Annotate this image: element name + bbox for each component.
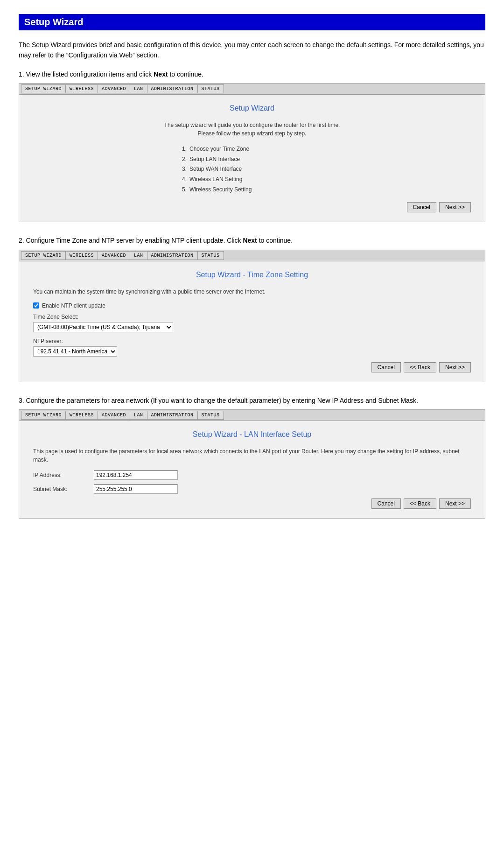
nav-status-3[interactable]: Status — [197, 411, 224, 420]
ntp-checkbox-label: Enable NTP client update — [42, 302, 105, 309]
screen1-desc: The setup wizard will guide you to confi… — [159, 121, 345, 138]
ntp-checkbox-row: Enable NTP client update — [33, 302, 471, 309]
step-3-block: 3. Configure the parameters for area net… — [19, 395, 485, 519]
nav-setup-wizard-2[interactable]: Setup Wizard — [21, 251, 65, 260]
nav-bar-3: Setup Wizard Wireless Advanced LAN Admin… — [19, 410, 485, 421]
wizard-step-3: 3. Setup WAN Interface — [182, 164, 322, 175]
screen2-btn-row: Cancel << Back Next >> — [33, 362, 471, 372]
nav-administration-3[interactable]: Administration — [147, 411, 197, 420]
screen2-back-button[interactable]: << Back — [404, 362, 436, 372]
screen3-next-button[interactable]: Next >> — [439, 498, 471, 509]
step-2-block: 2. Configure Time Zone and NTP server by… — [19, 235, 485, 382]
nav-setup-wizard-1[interactable]: Setup Wizard — [21, 84, 65, 93]
device-frame-1: Setup Wizard Wireless Advanced LAN Admin… — [19, 83, 485, 222]
step-num-1: 1. — [182, 144, 187, 154]
wizard-steps-list: 1. Choose your Time Zone 2. Setup LAN In… — [182, 144, 322, 195]
screen3-btn-row: Cancel << Back Next >> — [33, 498, 471, 509]
step-num-3: 3. — [182, 164, 187, 175]
nav-bar-1: Setup Wizard Wireless Advanced LAN Admin… — [19, 84, 485, 95]
device-content-1: Setup Wizard The setup wizard will guide… — [19, 95, 485, 222]
subnet-mask-input[interactable] — [94, 484, 178, 494]
screen2-next-button[interactable]: Next >> — [439, 362, 471, 372]
nav-advanced-1[interactable]: Advanced — [98, 84, 130, 93]
device-frame-2: Setup Wizard Wireless Advanced LAN Admin… — [19, 250, 485, 382]
screen3-title: Setup Wizard - LAN Interface Setup — [33, 430, 471, 439]
step-num-4: 4. — [182, 175, 187, 185]
nav-bar-2: Setup Wizard Wireless Advanced LAN Admin… — [19, 250, 485, 261]
intro-paragraph: The Setup Wizard provides brief and basi… — [19, 40, 485, 61]
step-1-bold: Next — [154, 70, 168, 78]
step-2-prefix: 2. Configure Time Zone and NTP server by… — [19, 237, 243, 244]
step-2-suffix: to continue. — [257, 237, 293, 244]
screen1-btn-row: Cancel Next >> — [33, 202, 471, 212]
ip-address-row: IP Address: — [33, 470, 471, 480]
step-text-5: Wireless Security Setting — [189, 185, 252, 195]
wizard-step-1: 1. Choose your Time Zone — [182, 144, 322, 154]
nav-status-2[interactable]: Status — [197, 251, 224, 260]
step-1-prefix: 1. View the listed configuration items a… — [19, 70, 154, 78]
nav-lan-3[interactable]: LAN — [130, 411, 147, 420]
step-num-5: 5. — [182, 185, 187, 195]
screen1-cancel-button[interactable]: Cancel — [407, 202, 436, 212]
screen1-title: Setup Wizard — [33, 104, 471, 112]
screen3-cancel-button[interactable]: Cancel — [371, 498, 401, 509]
ip-address-label: IP Address: — [33, 472, 94, 478]
ip-address-input[interactable] — [94, 470, 178, 480]
screen3-desc: This page is used to configure the param… — [33, 447, 471, 464]
device-content-2: Setup Wizard - Time Zone Setting You can… — [19, 261, 485, 382]
ntp-server-label: NTP server: — [33, 338, 471, 344]
screen2-desc: You can maintain the system time by sync… — [33, 288, 471, 296]
nav-advanced-2[interactable]: Advanced — [98, 251, 130, 260]
screen2-title: Setup Wizard - Time Zone Setting — [33, 271, 471, 279]
ntp-checkbox[interactable] — [33, 302, 39, 309]
nav-lan-1[interactable]: LAN — [130, 84, 147, 93]
device-content-3: Setup Wizard - LAN Interface Setup This … — [19, 421, 485, 518]
nav-status-1[interactable]: Status — [197, 84, 224, 93]
subnet-mask-label: Subnet Mask: — [33, 486, 94, 492]
step-1-suffix: to continue. — [168, 70, 203, 78]
ntp-server-select[interactable]: 192.5.41.41 - North America — [33, 346, 117, 357]
step-text-1: Choose your Time Zone — [189, 144, 249, 154]
nav-wireless-2[interactable]: Wireless — [65, 251, 98, 260]
subnet-mask-row: Subnet Mask: — [33, 484, 471, 494]
nav-setup-wizard-3[interactable]: Setup Wizard — [21, 411, 65, 420]
step-2-bold: Next — [243, 237, 257, 244]
screen1-next-button[interactable]: Next >> — [439, 202, 471, 212]
step-text-2: Setup LAN Interface — [189, 154, 240, 165]
nav-advanced-3[interactable]: Advanced — [98, 411, 130, 420]
step-text-3: Setup WAN Interface — [189, 164, 242, 175]
nav-wireless-1[interactable]: Wireless — [65, 84, 98, 93]
nav-administration-2[interactable]: Administration — [147, 251, 197, 260]
wizard-step-4: 4. Wireless LAN Setting — [182, 175, 322, 185]
timezone-label: Time Zone Select: — [33, 314, 471, 320]
step-1-label: 1. View the listed configuration items a… — [19, 69, 485, 79]
device-frame-3: Setup Wizard Wireless Advanced LAN Admin… — [19, 409, 485, 519]
timezone-select[interactable]: (GMT-08:00)Pacific Time (US & Canada); T… — [33, 322, 173, 332]
nav-administration-1[interactable]: Administration — [147, 84, 197, 93]
wizard-step-5: 5. Wireless Security Setting — [182, 185, 322, 195]
screen2-cancel-button[interactable]: Cancel — [371, 362, 401, 372]
step-2-label: 2. Configure Time Zone and NTP server by… — [19, 235, 485, 246]
nav-wireless-3[interactable]: Wireless — [65, 411, 98, 420]
screen3-back-button[interactable]: << Back — [404, 498, 436, 509]
wizard-step-2: 2. Setup LAN Interface — [182, 154, 322, 165]
page-title: Setup Wizard — [19, 14, 485, 30]
step-3-label: 3. Configure the parameters for area net… — [19, 395, 485, 406]
step-1-block: 1. View the listed configuration items a… — [19, 69, 485, 222]
step-num-2: 2. — [182, 154, 187, 165]
nav-lan-2[interactable]: LAN — [130, 251, 147, 260]
step-text-4: Wireless LAN Setting — [189, 175, 242, 185]
